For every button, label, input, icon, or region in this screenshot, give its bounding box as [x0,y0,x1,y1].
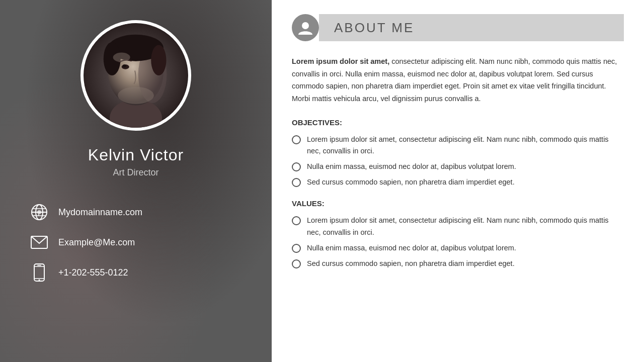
values-list: Lorem ipsum dolor sit amet, consectetur … [292,215,624,269]
objectives-item-3-text: Sed cursus commodo sapien, non pharetra … [307,176,515,188]
bullet-circle [292,162,301,171]
section-icon-box [292,14,319,41]
bullet-circle [292,244,301,253]
phone-icon [30,263,48,282]
about-bold: Lorem ipsum dolor sit amet, [292,57,389,65]
contact-email: Example@Me.com [30,233,242,251]
email-icon [30,233,48,251]
email-value: Example@Me.com [58,237,135,248]
objectives-list: Lorem ipsum dolor sit amet, consectetur … [292,134,624,189]
values-label: VALUES: [292,199,624,208]
globe-icon [30,203,48,221]
objectives-item-3: Sed cursus commodo sapien, non pharetra … [292,176,624,188]
person-title: Art Director [113,167,158,178]
svg-rect-17 [38,214,39,216]
right-panel: ABOUT ME Lorem ipsum dolor sit amet, con… [272,0,644,362]
contact-phone: +1-202-555-0122 [30,263,242,282]
objectives-item-1-text: Lorem ipsum dolor sit amet, consectetur … [307,134,624,157]
objectives-item-1: Lorem ipsum dolor sit amet, consectetur … [292,134,624,157]
svg-point-22 [39,280,40,281]
bullet-circle [292,216,301,225]
svg-rect-23 [37,265,41,266]
bullet-circle [292,259,301,268]
person-name: Kelvin Victor [88,146,184,164]
section-title-box: ABOUT ME [319,14,624,41]
svg-point-24 [302,22,309,29]
about-me-header: ABOUT ME [292,14,624,41]
left-panel: Kelvin Victor Art Director Mydomainname.… [0,0,272,362]
bullet-circle [292,135,301,144]
website-value: Mydomainname.com [58,207,142,218]
values-item-1: Lorem ipsum dolor sit amet, consectetur … [292,215,624,238]
contact-list: Mydomainname.com Example@Me.com [0,203,272,282]
avatar [80,20,191,131]
objectives-label: OBJECTIVES: [292,118,624,127]
values-item-1-text: Lorem ipsum dolor sit amet, consectetur … [307,215,624,238]
svg-point-9 [151,45,166,75]
svg-point-6 [118,87,154,104]
values-item-3-text: Sed cursus commodo sapien, non pharetra … [307,258,515,269]
svg-point-10 [113,53,130,62]
objectives-item-2: Nulla enim massa, euismod nec dolor at, … [292,161,624,172]
contact-website: Mydomainname.com [30,203,242,221]
values-item-3: Sed cursus commodo sapien, non pharetra … [292,258,624,269]
values-item-2-text: Nulla enim massa, euismod nec dolor at, … [307,242,516,254]
section-title: ABOUT ME [334,20,414,36]
svg-point-5 [123,64,127,67]
bullet-circle [292,178,301,187]
svg-point-16 [37,210,41,214]
about-text: Lorem ipsum dolor sit amet, consectetur … [292,55,624,105]
objectives-item-2-text: Nulla enim massa, euismod nec dolor at, … [307,161,516,172]
values-item-2: Nulla enim massa, euismod nec dolor at, … [292,242,624,254]
phone-value: +1-202-555-0122 [58,267,128,278]
